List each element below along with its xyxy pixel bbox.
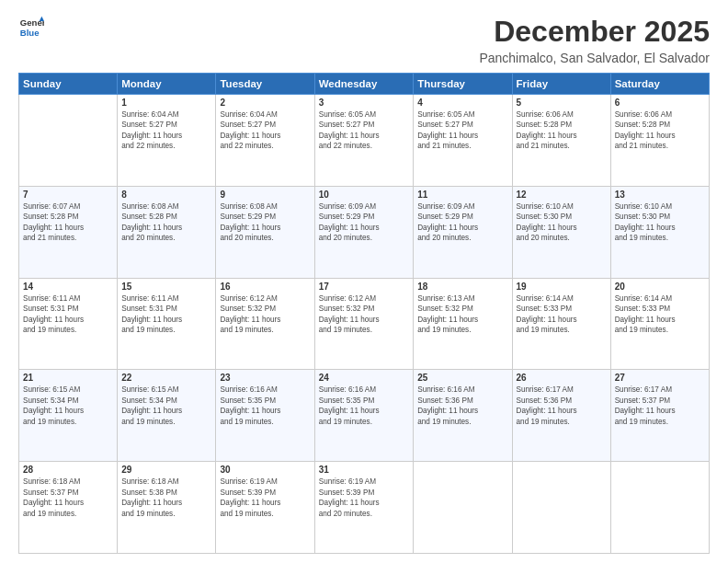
day-info: Sunrise: 6:11 AM Sunset: 5:31 PM Dayligh… (23, 293, 113, 336)
day-number: 5 (517, 98, 607, 108)
day-info: Sunrise: 6:09 AM Sunset: 5:29 PM Dayligh… (319, 201, 410, 244)
calendar-day-cell: 26Sunrise: 6:17 AM Sunset: 5:36 PM Dayli… (512, 370, 610, 462)
calendar-page: General Blue December 2025 Panchimalco, … (0, 0, 728, 563)
day-info: Sunrise: 6:17 AM Sunset: 5:37 PM Dayligh… (615, 385, 705, 427)
day-info: Sunrise: 6:18 AM Sunset: 5:38 PM Dayligh… (121, 477, 211, 519)
calendar-day-cell: 3Sunrise: 6:05 AM Sunset: 5:27 PM Daylig… (314, 95, 414, 187)
day-info: Sunrise: 6:16 AM Sunset: 5:36 PM Dayligh… (417, 385, 507, 427)
calendar-day-cell: 1Sunrise: 6:04 AM Sunset: 5:27 PM Daylig… (118, 95, 216, 187)
day-info: Sunrise: 6:16 AM Sunset: 5:35 PM Dayligh… (319, 385, 410, 427)
day-info: Sunrise: 6:10 AM Sunset: 5:30 PM Dayligh… (615, 201, 705, 244)
day-number: 29 (121, 465, 211, 475)
calendar-day-cell: 9Sunrise: 6:08 AM Sunset: 5:29 PM Daylig… (216, 186, 314, 278)
calendar-week-row: 1Sunrise: 6:04 AM Sunset: 5:27 PM Daylig… (19, 95, 710, 187)
calendar-day-cell: 27Sunrise: 6:17 AM Sunset: 5:37 PM Dayli… (610, 370, 709, 462)
day-info: Sunrise: 6:07 AM Sunset: 5:28 PM Dayligh… (23, 201, 113, 244)
day-number: 17 (319, 282, 410, 292)
day-info: Sunrise: 6:15 AM Sunset: 5:34 PM Dayligh… (23, 385, 113, 427)
calendar-table: SundayMondayTuesdayWednesdayThursdayFrid… (18, 73, 710, 554)
day-info: Sunrise: 6:12 AM Sunset: 5:32 PM Dayligh… (319, 293, 410, 336)
day-number: 19 (517, 282, 607, 292)
day-number: 24 (319, 373, 410, 383)
day-number: 2 (220, 98, 310, 108)
day-number: 20 (615, 282, 705, 292)
calendar-day-cell: 17Sunrise: 6:12 AM Sunset: 5:32 PM Dayli… (314, 278, 414, 370)
calendar-day-cell: 24Sunrise: 6:16 AM Sunset: 5:35 PM Dayli… (314, 370, 414, 462)
weekday-header-cell: Thursday (414, 74, 512, 95)
day-number: 28 (23, 465, 113, 475)
day-number: 1 (121, 98, 211, 108)
day-number: 3 (319, 98, 410, 108)
weekday-header-cell: Friday (512, 74, 610, 95)
day-number: 10 (319, 190, 410, 200)
day-info: Sunrise: 6:05 AM Sunset: 5:27 PM Dayligh… (417, 109, 507, 152)
calendar-day-cell: 13Sunrise: 6:10 AM Sunset: 5:30 PM Dayli… (610, 186, 709, 278)
day-number: 14 (23, 282, 113, 292)
calendar-day-cell: 6Sunrise: 6:06 AM Sunset: 5:28 PM Daylig… (610, 95, 709, 187)
calendar-day-cell: 19Sunrise: 6:14 AM Sunset: 5:33 PM Dayli… (512, 278, 610, 370)
day-number: 22 (121, 373, 211, 383)
calendar-day-cell: 29Sunrise: 6:18 AM Sunset: 5:38 PM Dayli… (118, 462, 216, 554)
day-info: Sunrise: 6:08 AM Sunset: 5:29 PM Dayligh… (220, 201, 310, 244)
day-number: 26 (517, 373, 607, 383)
calendar-day-cell: 10Sunrise: 6:09 AM Sunset: 5:29 PM Dayli… (314, 186, 414, 278)
calendar-day-cell (512, 462, 610, 554)
logo: General Blue (18, 15, 44, 40)
day-number: 12 (517, 190, 607, 200)
calendar-week-row: 28Sunrise: 6:18 AM Sunset: 5:37 PM Dayli… (19, 462, 710, 554)
calendar-title: December 2025 (479, 15, 710, 49)
weekday-header-cell: Sunday (19, 74, 118, 95)
day-info: Sunrise: 6:15 AM Sunset: 5:34 PM Dayligh… (121, 385, 211, 427)
calendar-day-cell: 30Sunrise: 6:19 AM Sunset: 5:39 PM Dayli… (216, 462, 314, 554)
day-number: 16 (220, 282, 310, 292)
calendar-day-cell (610, 462, 709, 554)
day-number: 4 (417, 98, 507, 108)
day-number: 23 (220, 373, 310, 383)
day-info: Sunrise: 6:09 AM Sunset: 5:29 PM Dayligh… (417, 201, 507, 244)
calendar-day-cell: 16Sunrise: 6:12 AM Sunset: 5:32 PM Dayli… (216, 278, 314, 370)
day-number: 11 (417, 190, 507, 200)
day-info: Sunrise: 6:16 AM Sunset: 5:35 PM Dayligh… (220, 385, 310, 427)
day-number: 7 (23, 190, 113, 200)
weekday-header-cell: Wednesday (314, 74, 414, 95)
calendar-week-row: 7Sunrise: 6:07 AM Sunset: 5:28 PM Daylig… (19, 186, 710, 278)
calendar-day-cell: 8Sunrise: 6:08 AM Sunset: 5:28 PM Daylig… (118, 186, 216, 278)
calendar-subtitle: Panchimalco, San Salvador, El Salvador (479, 51, 710, 65)
calendar-week-row: 14Sunrise: 6:11 AM Sunset: 5:31 PM Dayli… (19, 278, 710, 370)
calendar-day-cell: 5Sunrise: 6:06 AM Sunset: 5:28 PM Daylig… (512, 95, 610, 187)
calendar-day-cell: 23Sunrise: 6:16 AM Sunset: 5:35 PM Dayli… (216, 370, 314, 462)
day-info: Sunrise: 6:14 AM Sunset: 5:33 PM Dayligh… (517, 293, 607, 336)
calendar-day-cell (414, 462, 512, 554)
calendar-day-cell: 15Sunrise: 6:11 AM Sunset: 5:31 PM Dayli… (118, 278, 216, 370)
calendar-day-cell: 12Sunrise: 6:10 AM Sunset: 5:30 PM Dayli… (512, 186, 610, 278)
day-info: Sunrise: 6:05 AM Sunset: 5:27 PM Dayligh… (319, 109, 410, 152)
day-number: 31 (319, 465, 410, 475)
day-number: 27 (615, 373, 705, 383)
calendar-day-cell: 28Sunrise: 6:18 AM Sunset: 5:37 PM Dayli… (19, 462, 118, 554)
header: General Blue December 2025 Panchimalco, … (18, 15, 710, 65)
day-number: 15 (121, 282, 211, 292)
day-info: Sunrise: 6:06 AM Sunset: 5:28 PM Dayligh… (615, 109, 705, 152)
calendar-day-cell: 31Sunrise: 6:19 AM Sunset: 5:39 PM Dayli… (314, 462, 414, 554)
day-info: Sunrise: 6:19 AM Sunset: 5:39 PM Dayligh… (319, 477, 410, 519)
day-info: Sunrise: 6:10 AM Sunset: 5:30 PM Dayligh… (517, 201, 607, 244)
day-number: 25 (417, 373, 507, 383)
day-number: 8 (121, 190, 211, 200)
day-info: Sunrise: 6:04 AM Sunset: 5:27 PM Dayligh… (121, 109, 211, 152)
day-info: Sunrise: 6:06 AM Sunset: 5:28 PM Dayligh… (517, 109, 607, 152)
calendar-day-cell (19, 95, 118, 187)
day-info: Sunrise: 6:14 AM Sunset: 5:33 PM Dayligh… (615, 293, 705, 336)
day-info: Sunrise: 6:08 AM Sunset: 5:28 PM Dayligh… (121, 201, 211, 244)
weekday-header-row: SundayMondayTuesdayWednesdayThursdayFrid… (19, 74, 710, 95)
day-info: Sunrise: 6:11 AM Sunset: 5:31 PM Dayligh… (121, 293, 211, 336)
weekday-header-cell: Monday (118, 74, 216, 95)
calendar-day-cell: 14Sunrise: 6:11 AM Sunset: 5:31 PM Dayli… (19, 278, 118, 370)
weekday-header-cell: Saturday (610, 74, 709, 95)
calendar-day-cell: 18Sunrise: 6:13 AM Sunset: 5:32 PM Dayli… (414, 278, 512, 370)
day-info: Sunrise: 6:04 AM Sunset: 5:27 PM Dayligh… (220, 109, 310, 152)
day-number: 9 (220, 190, 310, 200)
day-info: Sunrise: 6:13 AM Sunset: 5:32 PM Dayligh… (417, 293, 507, 336)
day-number: 18 (417, 282, 507, 292)
calendar-day-cell: 4Sunrise: 6:05 AM Sunset: 5:27 PM Daylig… (414, 95, 512, 187)
day-info: Sunrise: 6:12 AM Sunset: 5:32 PM Dayligh… (220, 293, 310, 336)
